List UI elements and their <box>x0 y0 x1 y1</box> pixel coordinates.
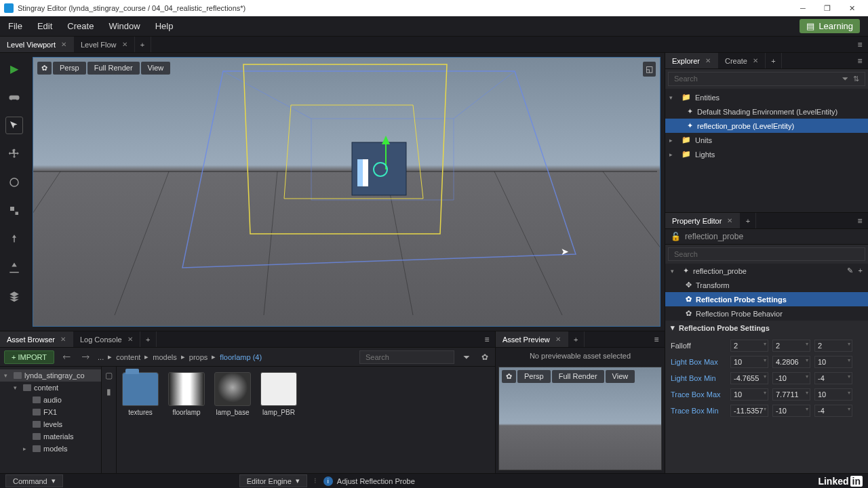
panel-menu-icon[interactable]: ≡ <box>479 331 495 347</box>
select-tool[interactable] <box>5 117 23 134</box>
import-button[interactable]: + IMPORT <box>4 350 54 364</box>
value-input[interactable]: 10 <box>814 388 852 401</box>
value-input[interactable]: 10 <box>814 356 852 368</box>
tree-item[interactable]: ▾content <box>0 382 101 394</box>
play-button[interactable]: ▶ <box>5 60 23 77</box>
snap-tool[interactable] <box>5 259 23 277</box>
menu-create[interactable]: Create <box>67 21 94 31</box>
move-tool[interactable] <box>5 145 23 163</box>
nav-back-icon[interactable]: 🡐 <box>60 352 73 362</box>
panel-menu-icon[interactable]: ≡ <box>852 213 868 228</box>
value-input[interactable]: -4.7655 <box>730 372 768 384</box>
gear-icon[interactable]: ✿ <box>479 352 491 362</box>
maximize-button[interactable]: ❐ <box>815 0 840 16</box>
place-tool[interactable] <box>5 230 23 248</box>
add-tab-button[interactable]: + <box>568 331 585 347</box>
menu-window[interactable]: Window <box>108 21 140 31</box>
close-icon[interactable]: ✕ <box>727 217 732 224</box>
value-input[interactable]: -4 <box>814 372 852 384</box>
preview-settings-icon[interactable]: ✿ <box>502 370 516 383</box>
tab-explorer[interactable]: Explorer✕ <box>665 53 718 68</box>
value-input[interactable]: 2 <box>772 340 810 352</box>
asset-search-input[interactable] <box>359 350 454 364</box>
tab-asset-preview[interactable]: Asset Preview✕ <box>496 331 568 347</box>
close-button[interactable]: ✕ <box>840 0 864 16</box>
tree-item[interactable]: ▸models <box>0 443 101 455</box>
tree-item[interactable]: audio <box>0 394 101 406</box>
prop-behavior[interactable]: ✿Reflection Probe Behavior <box>665 306 868 321</box>
tab-level-flow[interactable]: Level Flow✕ <box>74 37 135 52</box>
value-input[interactable]: -11.5357 <box>730 405 768 417</box>
value-input[interactable]: 4.2806 <box>772 356 810 368</box>
tab-log-console[interactable]: Log Console✕ <box>73 331 140 347</box>
value-input[interactable]: 7.7711 <box>772 388 810 401</box>
tab-create[interactable]: Create✕ <box>718 53 766 68</box>
tree-item[interactable]: levels <box>0 418 101 430</box>
explorer-folder-units[interactable]: ▸📁Units <box>665 133 868 147</box>
tab-property-editor[interactable]: Property Editor✕ <box>665 213 740 228</box>
add-tab-button[interactable]: + <box>740 213 756 228</box>
menu-edit[interactable]: Edit <box>37 21 52 31</box>
folder-icon[interactable]: ▢ <box>105 371 113 380</box>
nav-forward-icon[interactable]: 🡒 <box>79 352 92 362</box>
panel-menu-icon[interactable]: ≡ <box>852 37 868 52</box>
explorer-folder-lights[interactable]: ▸📁Lights <box>665 147 868 161</box>
edit-icon[interactable]: ✎ <box>847 266 853 275</box>
value-input[interactable]: 10 <box>730 388 768 401</box>
close-icon[interactable]: ✕ <box>61 41 66 48</box>
close-icon[interactable]: ✕ <box>127 336 133 343</box>
close-icon[interactable]: ✕ <box>705 57 711 64</box>
rotate-tool[interactable] <box>5 174 23 191</box>
lock-icon[interactable]: 🔓 <box>671 232 681 241</box>
scale-tool[interactable] <box>5 202 23 220</box>
level-viewport[interactable]: ✿ Persp Full Render View ◱ <box>33 57 660 327</box>
slider-icon[interactable]: ▮ <box>106 387 111 396</box>
thumb-asset[interactable]: lamp_base <box>214 372 251 416</box>
add-icon[interactable]: + <box>859 266 863 275</box>
tab-level-viewport[interactable]: Level Viewport✕ <box>0 37 74 52</box>
explorer-folder-entities[interactable]: ▾📁Entities <box>665 90 868 104</box>
preview-camera-button[interactable]: Persp <box>517 370 551 383</box>
explorer-search-input[interactable]: Search ⏷ ⇅ <box>668 72 865 86</box>
tree-item[interactable]: FX1 <box>0 406 101 418</box>
prop-transform[interactable]: ✥Transform <box>665 278 868 292</box>
minimize-button[interactable]: ─ <box>791 0 815 16</box>
prop-root[interactable]: ▾✦reflection_probe✎+ <box>665 264 868 278</box>
value-input[interactable]: -10 <box>772 405 810 417</box>
section-header[interactable]: ▾Reflection Probe Settings <box>665 321 868 335</box>
thumb-folder[interactable]: textures <box>122 372 159 416</box>
value-input[interactable]: 2 <box>730 340 768 352</box>
filter-icon[interactable]: ⏷ <box>842 75 849 83</box>
gamepad-icon[interactable] <box>5 88 23 106</box>
panel-menu-icon[interactable]: ≡ <box>648 331 665 347</box>
add-tab-button[interactable]: + <box>135 37 151 52</box>
close-icon[interactable]: ✕ <box>122 41 127 48</box>
value-input[interactable]: -10 <box>772 372 810 384</box>
menu-help[interactable]: Help <box>155 21 174 31</box>
tree-root[interactable]: ▾lynda_stingray_co <box>0 369 101 382</box>
preview-render-button[interactable]: Full Render <box>552 370 604 383</box>
preview-viewport[interactable]: ✿ Persp Full Render View <box>498 367 662 470</box>
close-icon[interactable]: ✕ <box>555 336 561 343</box>
value-input[interactable]: 2 <box>814 340 852 352</box>
add-tab-button[interactable]: + <box>766 53 782 68</box>
explorer-entity[interactable]: ✦Default Shading Environment (LevelEntit… <box>665 104 868 119</box>
command-dropdown[interactable]: Command▾ <box>5 474 63 487</box>
engine-dropdown[interactable]: Editor Engine▾ <box>239 474 307 487</box>
tree-item[interactable]: materials <box>0 430 101 443</box>
close-icon[interactable]: ✕ <box>60 336 66 343</box>
thumb-asset[interactable]: floorlamp <box>168 372 205 416</box>
tab-asset-browser[interactable]: Asset Browser✕ <box>0 331 73 347</box>
thumb-asset[interactable]: lamp_PBR <box>260 372 297 416</box>
layers-icon[interactable] <box>5 287 23 305</box>
learning-button[interactable]: ▤ Learning <box>800 19 860 33</box>
filter-icon[interactable]: ⏷ <box>460 352 473 362</box>
property-search-input[interactable]: Search <box>668 247 865 261</box>
menu-file[interactable]: File <box>8 21 22 31</box>
explorer-entity-selected[interactable]: ✦reflection_probe (LevelEntity) <box>665 119 868 133</box>
preview-view-button[interactable]: View <box>606 370 635 383</box>
prop-settings[interactable]: ✿Reflection Probe Settings <box>665 292 868 306</box>
sort-icon[interactable]: ⇅ <box>853 75 859 83</box>
add-tab-button[interactable]: + <box>140 331 157 347</box>
close-icon[interactable]: ✕ <box>753 57 758 64</box>
